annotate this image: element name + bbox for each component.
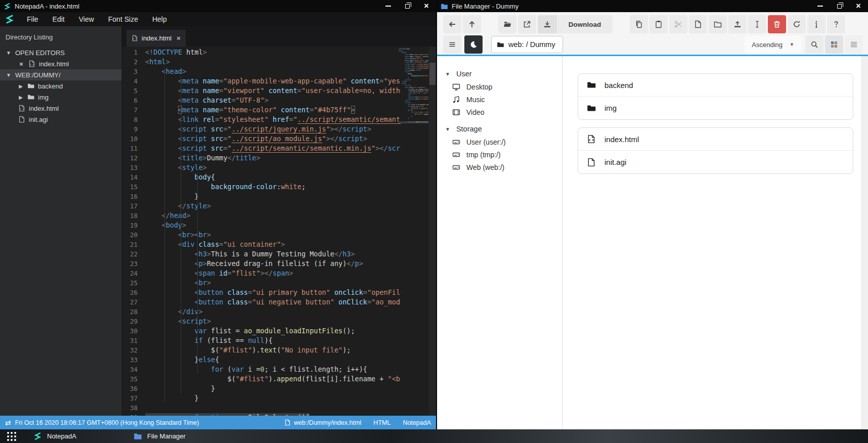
tab-close-icon[interactable]: × <box>177 34 181 42</box>
line-number: 6 <box>121 96 138 105</box>
line-number: 7 <box>121 105 138 115</box>
section-open-editors[interactable]: ▼OPEN EDITORS <box>0 47 121 58</box>
paste-button[interactable] <box>649 15 668 33</box>
taskbar-app-file-manager[interactable]: File Manager <box>123 432 224 440</box>
desktop: { "notepad": { "title": "NotepadA - inde… <box>0 0 868 443</box>
code-line-23: 23 <p>Received drag-in filelist (if any)… <box>121 259 436 269</box>
upload-button[interactable] <box>728 15 747 33</box>
open-editor-index.html[interactable]: ×index.html <box>0 58 121 69</box>
menu-view[interactable]: View <box>72 13 101 25</box>
refresh-button[interactable] <box>788 15 806 33</box>
tree-item-label: img <box>38 94 49 101</box>
file-row-index-html[interactable]: index.html <box>578 128 853 151</box>
tree-item-init.agi[interactable]: init.agi <box>0 114 121 125</box>
line-number: 30 <box>121 326 138 336</box>
file-row-init-agi[interactable]: init.agi <box>578 151 853 173</box>
cut-button[interactable] <box>669 15 687 33</box>
help-button[interactable] <box>827 15 845 33</box>
open-button[interactable] <box>498 15 516 33</box>
notepada-logo-icon <box>5 14 15 24</box>
up-button[interactable] <box>463 15 481 33</box>
properties-button[interactable] <box>807 15 826 33</box>
sidebar-item-web-web-[interactable]: Web (web:/) <box>437 161 562 173</box>
restore-icon[interactable] <box>398 0 417 12</box>
menu-font-size[interactable]: Font Size <box>101 13 145 25</box>
new-folder-button[interactable] <box>709 15 727 33</box>
file-manager-toolbar: Download web: / Dummy Ascending ▼ <box>437 12 868 55</box>
line-number: 25 <box>121 278 138 288</box>
menu-help[interactable]: Help <box>145 13 174 25</box>
code-line-8: 8 <link rel="stylesheet" href="../script… <box>121 115 436 124</box>
text-cursor-icon <box>753 20 761 28</box>
file-list-area: backendimgindex.htmlinit.agi <box>562 56 868 429</box>
html-file-icon <box>132 35 138 41</box>
close-icon[interactable]: × <box>849 0 868 12</box>
code-line-5: 5 <meta name="viewport" content="user-sc… <box>121 86 436 96</box>
copy-button[interactable] <box>630 15 648 33</box>
menu-hamburger-icon[interactable] <box>443 35 461 54</box>
statusbar-language[interactable]: HTML <box>373 419 390 426</box>
sidebar-item-video[interactable]: Video <box>437 106 562 118</box>
line-number: 8 <box>121 115 138 124</box>
section-workspace[interactable]: ▼WEB:/DUMMY/ <box>0 69 121 80</box>
sidebar-item-label: tmp (tmp:/) <box>466 151 501 159</box>
restore-icon[interactable] <box>830 0 849 12</box>
grid-view-icon[interactable] <box>825 35 843 54</box>
scrollbar-thumb[interactable] <box>429 63 436 85</box>
tab-index-html[interactable]: index.html × <box>126 30 186 47</box>
new-file-button[interactable] <box>689 15 707 33</box>
sort-order-value: Ascending <box>752 41 783 49</box>
list-view-icon[interactable] <box>845 35 863 54</box>
code-editor[interactable]: 1<!DOCTYPE html>2<html>3 <head>4 <meta n… <box>121 47 436 416</box>
sidebar-section-user[interactable]: ▼User <box>437 67 562 80</box>
chevron-down-icon: ▼ <box>445 126 450 132</box>
path-bar[interactable]: web: / Dummy <box>491 36 563 53</box>
file-list-scrollbar[interactable] <box>861 56 868 429</box>
tree-item-index.html[interactable]: index.html <box>0 103 121 114</box>
app-launcher-icon[interactable] <box>0 429 23 443</box>
file-row-img[interactable]: img <box>578 97 853 119</box>
folder-icon <box>27 82 34 90</box>
code-line-13: 13 <style> <box>121 163 436 172</box>
tree-item-backend[interactable]: ▶backend <box>0 80 121 92</box>
delete-button[interactable] <box>768 15 786 33</box>
editor-panel: index.html × 1<!DOCTYPE html>2<html>3 <h… <box>121 26 436 416</box>
sidebar-item-music[interactable]: Music <box>437 93 562 106</box>
menu-file[interactable]: File <box>20 13 46 25</box>
sidebar-item-desktop[interactable]: Desktop <box>437 80 562 93</box>
editor-scrollbar[interactable] <box>429 47 436 416</box>
code-line-31: 31 if (flist == null){ <box>121 336 436 345</box>
taskbar-app-notepada[interactable]: NotepadA <box>23 432 123 440</box>
html-file-icon <box>587 135 596 144</box>
close-icon[interactable]: × <box>18 60 24 68</box>
dark-mode-moon-icon[interactable] <box>464 35 483 54</box>
directory-listing-panel: Directory Listing ▼OPEN EDITORS×index.ht… <box>0 26 121 416</box>
sidebar-item-tmp-tmp-[interactable]: tmp (tmp:/) <box>437 148 562 161</box>
minimize-icon[interactable] <box>378 0 398 12</box>
download-button[interactable]: Download <box>538 15 613 33</box>
file-row-backend[interactable]: backend <box>578 74 853 97</box>
menu-edit[interactable]: Edit <box>46 13 72 25</box>
open-in-new-window-button[interactable] <box>518 15 536 33</box>
back-button[interactable] <box>443 15 461 33</box>
line-number: 35 <box>121 374 138 384</box>
copy-icon <box>635 20 643 28</box>
tree-item-img[interactable]: ▶img <box>0 92 121 103</box>
code-line-30: 30 var flist = ao_module_loadInputFiles(… <box>121 326 436 336</box>
close-icon[interactable]: × <box>417 0 436 12</box>
search-icon[interactable] <box>805 35 823 54</box>
sort-order-dropdown[interactable]: Ascending ▼ <box>745 36 801 53</box>
minimize-icon[interactable] <box>810 0 830 12</box>
sidebar-section-storage[interactable]: ▼Storage <box>437 122 562 136</box>
sidebar-item-user-user-[interactable]: User (user:/) <box>437 136 562 148</box>
line-number: 9 <box>121 124 138 134</box>
statusbar-filepath[interactable]: web:/Dummy/index.html <box>294 419 361 426</box>
rename-button[interactable] <box>748 15 766 33</box>
line-number: 37 <box>121 393 138 403</box>
minimap[interactable]: <!DOCTYPE html><html> <head> <meta name=… <box>398 48 428 135</box>
indent-guide <box>164 67 165 403</box>
folder-icon <box>134 432 142 440</box>
tree-item-label: index.html <box>29 105 59 112</box>
download-icon <box>538 15 557 33</box>
section-label: WEB:/DUMMY/ <box>15 71 61 79</box>
